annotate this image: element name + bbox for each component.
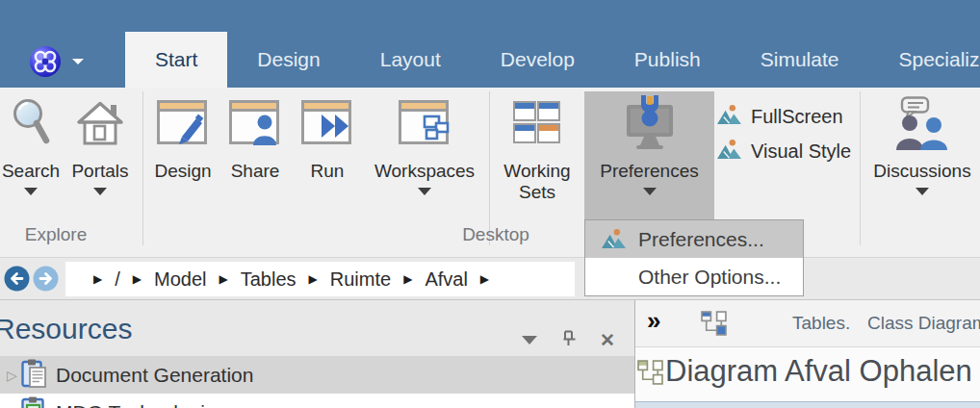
chevron-down-icon xyxy=(93,188,107,195)
window-pencil-icon xyxy=(157,93,209,153)
search-icon xyxy=(10,93,52,153)
tab-publish[interactable]: Publish xyxy=(605,32,731,88)
resources-panel: Resources ✕ ▷ xyxy=(0,300,635,408)
back-button[interactable] xyxy=(4,266,30,295)
ribbon-button-visual-style[interactable]: Visual Style xyxy=(716,134,859,168)
image-mountain-icon xyxy=(716,139,742,165)
resources-tree: ▷ Document Generation xyxy=(0,356,634,408)
ribbon: Search Portals xyxy=(0,88,980,258)
diagram-heading-row: Diagram Afval Ophalen xyxy=(635,347,980,401)
tab-simulate[interactable]: Simulate xyxy=(731,32,869,88)
menu-item-label: Other Options... xyxy=(638,266,781,289)
tab-design[interactable]: Design xyxy=(227,32,349,88)
tab-specialize[interactable]: Specialize xyxy=(868,32,980,88)
ribbon-button-label: Discussions xyxy=(873,161,970,182)
ribbon-button-label: Visual Style xyxy=(751,140,851,163)
expand-arrow-icon[interactable]: ▷ xyxy=(7,368,21,383)
diagram-icon xyxy=(637,360,663,389)
panel-title: Resources xyxy=(0,313,132,345)
diagram-selection-strip xyxy=(635,401,980,408)
menu-item-label: Preferences... xyxy=(638,228,764,251)
diagram-tab-header: » Tables. Class Diagram xyxy=(635,300,980,347)
ribbon-button-working-sets[interactable]: Working Sets xyxy=(493,91,581,223)
application-window: Start Design Layout Develop Publish Simu… xyxy=(0,0,980,408)
tree-item-label: MDG Technologies xyxy=(56,401,226,408)
panel-menu-caret-icon[interactable] xyxy=(522,336,537,344)
image-mountain-icon xyxy=(599,228,628,250)
ribbon-button-label: Portals xyxy=(71,161,128,182)
working-sets-icon xyxy=(513,93,561,153)
breadcrumb-arrow-icon: ▶ xyxy=(219,272,228,286)
discussion-people-icon xyxy=(894,93,950,153)
ribbon-group-caption-desktop: Desktop xyxy=(416,224,576,245)
preferences-dropdown-menu: Preferences... Other Options... xyxy=(584,219,804,296)
tab-layout[interactable]: Layout xyxy=(350,32,471,88)
breadcrumb-item-ruimte[interactable]: Ruimte xyxy=(330,268,391,291)
breadcrumb-item-tables[interactable]: Tables xyxy=(241,268,297,291)
breadcrumb-item-afval[interactable]: Afval xyxy=(425,268,467,291)
group-separator xyxy=(142,91,143,245)
tree-item-document-generation[interactable]: ▷ Document Generation xyxy=(0,356,634,394)
group-separator xyxy=(489,91,490,245)
house-icon xyxy=(76,93,124,153)
ribbon-button-label: FullScreen xyxy=(751,106,843,128)
ribbon-button-portals[interactable]: Portals xyxy=(64,91,137,223)
document-clipboard-icon xyxy=(21,359,47,392)
ribbon-button-label: Preferences xyxy=(600,161,698,182)
breadcrumb-item-model[interactable]: Model xyxy=(154,268,206,291)
breadcrumb-arrow-icon: ▶ xyxy=(403,272,412,286)
ribbon-button-workspaces[interactable]: Workspaces xyxy=(364,91,485,223)
mdg-clipboard-icon xyxy=(21,396,47,408)
ribbon-button-label: Share xyxy=(231,161,280,182)
diagram-tab-prefix[interactable]: Tables. xyxy=(792,313,850,334)
ribbon-tabs: Start Design Layout Develop Publish Simu… xyxy=(125,32,980,88)
ea-sphere-logo-icon xyxy=(27,44,64,79)
breadcrumb: ▶ / ▶ Model ▶ Tables ▶ Ruimte ▶ Afval ▶ xyxy=(65,262,575,296)
ribbon-button-label: Working Sets xyxy=(493,161,581,203)
ribbon-button-preferences[interactable]: Preferences xyxy=(584,91,714,223)
breadcrumb-arrow-icon: ▶ xyxy=(309,272,318,286)
forward-button[interactable] xyxy=(33,266,59,295)
diagram-heading: Diagram Afval Ophalen xyxy=(665,354,972,389)
class-diagram-icon xyxy=(701,311,727,340)
ribbon-button-label: Workspaces xyxy=(374,161,475,182)
panel-header-icons: ✕ xyxy=(522,329,615,351)
chevron-down-icon xyxy=(916,188,929,195)
breadcrumb-item-root[interactable]: / xyxy=(115,268,120,291)
breadcrumb-arrow-icon: ▶ xyxy=(93,272,102,286)
tree-item-mdg-technologies[interactable]: ▷ MDG Technologies xyxy=(0,394,634,408)
collapse-chevrons-icon[interactable]: » xyxy=(647,306,658,336)
breadcrumb-arrow-icon: ▶ xyxy=(133,272,142,286)
ribbon-button-share[interactable]: Share xyxy=(220,91,290,223)
close-icon[interactable]: ✕ xyxy=(600,331,615,349)
diagram-panel: » Tables. Class Diagram xyxy=(635,300,980,408)
chevron-down-icon xyxy=(643,188,657,195)
monitor-wrench-icon xyxy=(620,93,680,153)
ribbon-group-caption-explore: Explore xyxy=(0,224,112,245)
image-mountain-icon xyxy=(716,104,742,130)
chevron-down-icon xyxy=(418,188,431,195)
ribbon-button-fullscreen[interactable]: FullScreen xyxy=(716,99,859,134)
breadcrumb-arrow-icon: ▶ xyxy=(480,272,489,286)
tab-start[interactable]: Start xyxy=(125,32,227,88)
window-play-icon xyxy=(301,93,353,153)
ribbon-button-search[interactable]: Search xyxy=(0,91,62,223)
title-bar: Start Design Layout Develop Publish Simu… xyxy=(0,0,980,88)
tab-develop[interactable]: Develop xyxy=(471,32,605,88)
ribbon-button-design[interactable]: Design xyxy=(146,91,219,223)
chevron-down-icon xyxy=(72,59,84,64)
tree-item-label: Document Generation xyxy=(56,364,253,387)
ribbon-button-label: Run xyxy=(311,161,345,182)
chevron-down-icon xyxy=(24,188,38,195)
diagram-tab-title[interactable]: Class Diagram xyxy=(867,313,980,334)
ribbon-button-label: Design xyxy=(154,161,211,182)
window-person-icon xyxy=(229,93,281,153)
pin-icon[interactable] xyxy=(560,329,577,351)
menu-item-other-options[interactable]: Other Options... xyxy=(585,258,803,295)
desktop-small-buttons: FullScreen Visual Style xyxy=(716,99,859,168)
app-menu-button[interactable] xyxy=(27,44,84,79)
ribbon-button-discussions[interactable]: Discussions xyxy=(864,91,980,223)
menu-item-preferences[interactable]: Preferences... xyxy=(585,220,803,258)
ribbon-button-run[interactable]: Run xyxy=(292,91,363,223)
group-separator xyxy=(860,91,861,245)
